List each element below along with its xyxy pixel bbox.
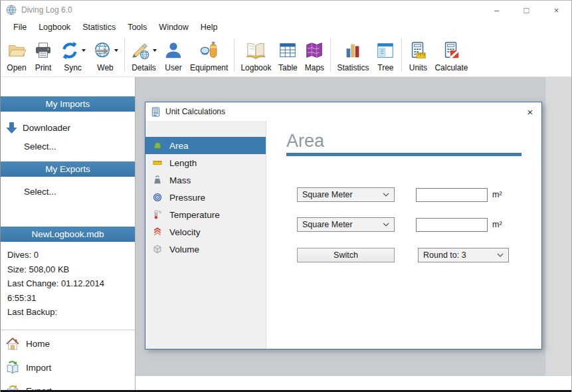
toolbar-button-details[interactable]: Details <box>128 37 160 74</box>
sidebar-item-home[interactable]: Home <box>1 334 135 354</box>
close-button[interactable]: × <box>541 1 571 19</box>
home-icon <box>5 337 20 351</box>
menu-bar: File Logbook Statistics Tools Window Hel… <box>1 19 571 35</box>
unit-calculations-dialog: Unit Calculations × Area <box>145 102 542 349</box>
toolbar-button-calculate[interactable]: Calculate <box>431 37 471 74</box>
minimize-button[interactable]: – <box>482 1 512 19</box>
logbook-file-size: Size: 508,00 KB <box>7 262 135 277</box>
sidebar-item-import-select[interactable]: Select... <box>1 142 135 151</box>
chevron-down-icon <box>497 253 504 257</box>
pressure-icon <box>153 193 162 202</box>
menu-tools[interactable]: Tools <box>122 21 153 33</box>
logbook-last-change: Last Change: 01.12.2014 6:55:31 <box>7 276 135 305</box>
toolbar-button-equipment[interactable]: Equipment <box>187 37 231 74</box>
toolbar-separator <box>234 39 235 72</box>
logbook-last-backup: Last Backup: <box>7 305 135 320</box>
area-icon <box>153 141 162 150</box>
toolbar-button-sync[interactable]: Sync <box>56 37 89 74</box>
logbook-book-icon <box>246 41 266 60</box>
dialog-title: Unit Calculations <box>165 107 225 116</box>
ruler-icon <box>153 158 162 167</box>
toolbar-button-maps[interactable]: Maps <box>301 37 328 74</box>
tree-view-icon <box>375 41 395 60</box>
value-input-to[interactable] <box>416 218 488 232</box>
window-title: Diving Log 6.0 <box>21 5 72 15</box>
menu-file[interactable]: File <box>7 21 33 33</box>
dive-tank-icon <box>199 41 219 60</box>
details-edit-icon <box>131 41 151 60</box>
sidebar: My Imports Downloader Select... My Expor… <box>1 77 136 391</box>
toolbar-button-print[interactable]: Print <box>30 37 56 74</box>
app-globe-icon <box>6 5 17 15</box>
category-item-pressure[interactable]: Pressure <box>145 189 266 206</box>
toolbar-separator <box>124 39 125 72</box>
details-dropdown-arrow[interactable] <box>153 49 157 52</box>
logbook-file-info: Dives: 0 Size: 508,00 KB Last Change: 01… <box>7 248 135 320</box>
toolbar-button-table[interactable]: Table <box>274 37 301 74</box>
toolbar-button-logbook[interactable]: Logbook <box>237 37 274 74</box>
category-item-area[interactable]: Area <box>145 137 266 154</box>
cube-icon <box>153 245 162 254</box>
workspace-right-strip <box>545 77 572 376</box>
toolbar-button-web[interactable]: Web <box>89 37 122 74</box>
menu-window[interactable]: Window <box>153 21 194 33</box>
category-item-length[interactable]: Length <box>145 154 266 171</box>
dialog-titlebar: Unit Calculations × <box>145 102 541 121</box>
sidebar-divider <box>1 330 135 330</box>
units-calculator-icon <box>408 41 428 60</box>
maximize-button[interactable]: □ <box>512 1 541 19</box>
sidebar-item-downloader[interactable]: Downloader <box>1 122 135 134</box>
category-item-velocity[interactable]: Velocity <box>145 223 266 241</box>
sidebar-item-export-select[interactable]: Select... <box>1 187 135 197</box>
toolbar-separator <box>330 39 331 72</box>
bar-chart-icon <box>343 41 363 60</box>
main-toolbar: Open Print Sync <box>1 35 571 77</box>
map-icon <box>304 41 324 60</box>
round-to-select[interactable]: Round to: 3 <box>418 248 509 262</box>
dialog-content: Area Square Meter m² <box>266 121 541 349</box>
window-titlebar: Diving Log 6.0 – □ × <box>1 1 571 19</box>
category-item-volume[interactable]: Volume <box>145 241 266 258</box>
calculate-calculator-icon <box>441 41 461 60</box>
toolbar-button-statistics[interactable]: Statistics <box>334 37 372 74</box>
web-dropdown-arrow[interactable] <box>114 49 118 52</box>
dialog-close-icon[interactable]: × <box>519 102 541 121</box>
user-icon <box>163 41 183 60</box>
toolbar-button-open[interactable]: Open <box>3 37 30 74</box>
sync-arrows-icon <box>60 41 80 60</box>
menu-statistics[interactable]: Statistics <box>76 21 122 33</box>
menu-help[interactable]: Help <box>195 21 224 33</box>
category-item-mass[interactable]: Mass <box>145 171 266 189</box>
thermometer-icon: °c <box>153 210 162 219</box>
printer-icon <box>33 41 53 60</box>
value-input-from[interactable] <box>416 188 488 202</box>
heading-underline <box>286 153 522 156</box>
toolbar-button-user[interactable]: User <box>160 37 187 74</box>
logbook-dives-count: Dives: 0 <box>7 248 135 262</box>
unit-select-from[interactable]: Square Meter <box>297 187 395 202</box>
weight-icon <box>153 175 162 185</box>
sync-dropdown-arrow[interactable] <box>82 49 86 52</box>
category-item-temperature[interactable]: °c Temperature <box>145 206 266 223</box>
toolbar-button-tree[interactable]: Tree <box>372 37 399 74</box>
switch-button[interactable]: Switch <box>297 248 395 262</box>
unit-select-to[interactable]: Square Meter <box>297 217 395 232</box>
menu-logbook[interactable]: Logbook <box>33 21 76 33</box>
sidebar-item-import[interactable]: Import <box>1 358 135 378</box>
toolbar-button-units[interactable]: Units <box>405 37 431 74</box>
unit-category-list: Area Length <box>145 121 266 349</box>
import-book-icon <box>5 361 20 375</box>
sidebar-header-my-imports: My Imports <box>1 96 135 112</box>
svg-text:°c: °c <box>158 211 161 214</box>
sidebar-header-logbook-file: NewLogbook.mdb <box>1 227 135 242</box>
unit-suffix-to: m² <box>492 220 502 229</box>
sidebar-header-my-exports: My Exports <box>1 161 135 177</box>
velocity-icon <box>153 227 162 237</box>
chevron-down-icon <box>383 193 389 197</box>
calculator-icon <box>151 107 161 117</box>
download-arrow-icon <box>6 122 17 134</box>
main-workspace: Unit Calculations × Area <box>136 77 571 391</box>
web-globe-icon <box>92 41 112 60</box>
table-grid-icon <box>278 41 298 60</box>
chevron-down-icon <box>383 223 389 227</box>
